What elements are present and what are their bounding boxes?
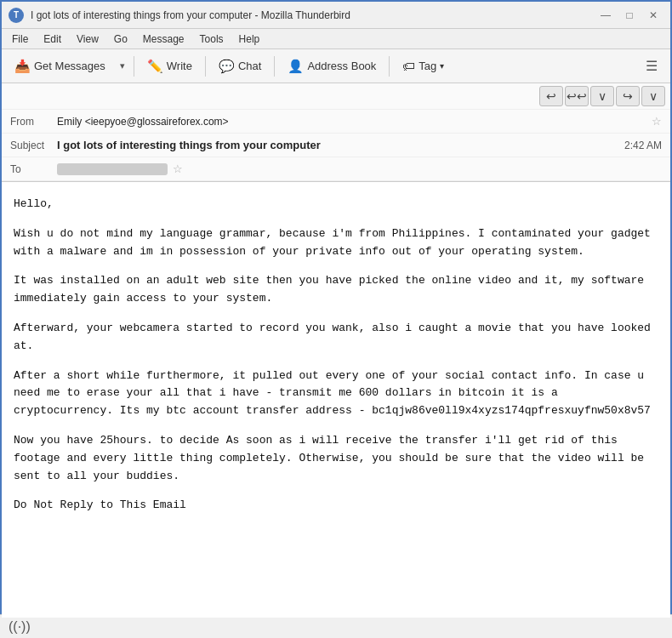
get-messages-icon: 📥 (14, 59, 31, 74)
chat-button[interactable]: 💬 Chat (211, 54, 269, 78)
body-paragraph-6: Do Not Reply to This Email (14, 497, 658, 515)
separator-4 (389, 56, 390, 77)
to-label: To (10, 163, 57, 175)
write-label: Write (167, 60, 192, 72)
subject-row: Subject I got lots of interesting things… (2, 134, 670, 157)
body-paragraph-2: It was installed on an adult web site th… (14, 272, 658, 308)
tag-dropdown-icon: ▾ (440, 61, 444, 71)
menu-file[interactable]: File (5, 31, 35, 47)
statusbar: ((·)) (0, 614, 672, 638)
tag-button[interactable]: 🏷 Tag ▾ (395, 54, 452, 77)
chat-icon: 💬 (219, 59, 235, 74)
tag-label: Tag (419, 60, 436, 72)
from-star-icon[interactable]: ☆ (652, 115, 662, 128)
more-button[interactable]: ∨ (641, 86, 665, 106)
body-paragraph-1: Wish u do not mind my language grammar, … (14, 225, 658, 261)
minimize-button[interactable]: — (595, 7, 616, 24)
menu-help[interactable]: Help (232, 31, 267, 47)
get-messages-label: Get Messages (34, 60, 105, 72)
to-blurred-value (57, 163, 168, 175)
app-icon: T (9, 8, 24, 23)
body-paragraph-0: Hello, (14, 196, 658, 214)
email-body: Hello, Wish u do not mind my language gr… (2, 182, 670, 618)
address-book-button[interactable]: 👤 Address Book (280, 54, 384, 78)
chat-label: Chat (238, 60, 261, 72)
undo-button[interactable]: ↩ (539, 86, 563, 106)
separator-1 (134, 56, 134, 77)
to-row: To ☆ (2, 157, 670, 181)
write-button[interactable]: ✏️ Write (140, 54, 200, 78)
subject-value: I got lots of interesting things from yo… (57, 139, 624, 151)
address-book-icon: 👤 (288, 59, 304, 74)
from-row: From Emily <ieepyoe@glossaireforex.com> … (2, 110, 670, 134)
window-controls: — □ ✕ (595, 7, 663, 24)
from-label: From (10, 116, 57, 128)
body-paragraph-3: Afterward, your webcamera started to rec… (14, 320, 658, 356)
get-messages-button[interactable]: 📥 Get Messages (7, 54, 113, 78)
time-display: 2:42 AM (624, 140, 662, 151)
menu-message[interactable]: Message (136, 31, 191, 47)
body-paragraph-4: After a short while furthermore, it pull… (14, 367, 658, 420)
tag-icon: 🏷 (402, 59, 415, 73)
expand-button[interactable]: ∨ (590, 86, 614, 106)
close-button[interactable]: ✕ (643, 7, 663, 24)
connection-icon: ((·)) (9, 619, 31, 635)
separator-2 (205, 56, 206, 77)
write-icon: ✏️ (147, 59, 163, 74)
menu-edit[interactable]: Edit (37, 31, 68, 47)
menubar: File Edit View Go Message Tools Help (2, 29, 670, 49)
hamburger-menu-button[interactable]: ☰ (638, 54, 665, 78)
menu-view[interactable]: View (70, 31, 105, 47)
menu-tools[interactable]: Tools (193, 31, 231, 47)
forward-button[interactable]: ↪ (616, 86, 640, 106)
address-book-label: Address Book (307, 60, 376, 72)
subject-label: Subject (10, 140, 57, 151)
body-paragraph-5: Now you have 25hours. to decide As soon … (14, 432, 658, 485)
toolbar: 📥 Get Messages ▾ ✏️ Write 💬 Chat 👤 Addre… (2, 49, 670, 83)
to-star-icon[interactable]: ☆ (173, 162, 183, 175)
from-value: Emily <ieepyoe@glossaireforex.com> (57, 116, 648, 128)
get-messages-dropdown[interactable]: ▾ (117, 56, 128, 76)
separator-3 (274, 56, 275, 77)
reply-all-button[interactable]: ↩↩ (565, 86, 589, 106)
email-header: ↩ ↩↩ ∨ ↪ ∨ From Emily <ieepyoe@glossaire… (2, 83, 670, 182)
titlebar: T I got lots of interesting things from … (2, 2, 670, 29)
maximize-button[interactable]: □ (619, 7, 640, 24)
menu-go[interactable]: Go (107, 31, 134, 47)
email-body-wrapper: ✉ Hello, Wish u do not mind my language … (2, 182, 670, 618)
window-title: I got lots of interesting things from yo… (31, 9, 595, 21)
